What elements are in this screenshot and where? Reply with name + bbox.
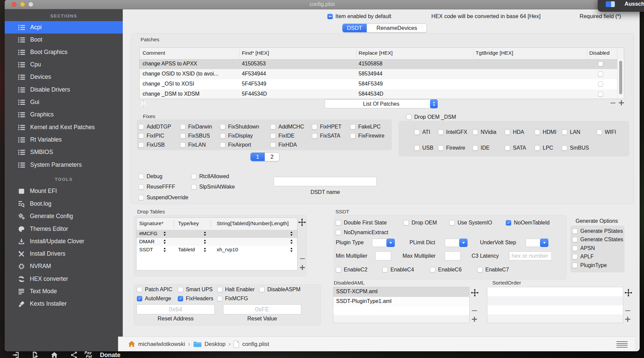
sidebar-item-gui[interactable]: Gui <box>5 96 123 108</box>
patches-add-button[interactable] <box>619 100 624 105</box>
checkbox-box[interactable] <box>270 133 276 139</box>
checkbox-box[interactable] <box>597 130 602 135</box>
fix-fixairport[interactable]: FixAirport <box>220 142 251 148</box>
sidebar-item-acpi[interactable]: Acpi <box>5 21 123 34</box>
checkbox-box[interactable] <box>180 124 185 130</box>
checkbox-box[interactable] <box>220 133 225 139</box>
drop-tables-remove-button[interactable] <box>300 258 305 259</box>
import-icon[interactable] <box>12 351 20 358</box>
ssdt-double-first-state[interactable]: Double First State <box>336 220 387 226</box>
sidebar-item-hex-converter[interactable]: HEX converter <box>5 273 123 285</box>
gen-aplf[interactable]: APLF <box>572 254 594 260</box>
sidebar-item-kexts-installer[interactable]: Kexts Installer <box>5 298 123 310</box>
fix-fixshutdown[interactable]: FixShutdown <box>220 124 259 130</box>
checkbox-box[interactable] <box>180 142 185 148</box>
ssdt-enablec6[interactable]: EnableC6 <box>430 267 462 273</box>
dsm-ati[interactable]: ATI <box>414 129 430 135</box>
checkbox-box[interactable] <box>572 246 578 251</box>
checkbox-box[interactable] <box>449 220 455 225</box>
checkbox-box[interactable] <box>178 287 183 292</box>
checkbox-box[interactable] <box>139 124 144 130</box>
sidebar-item-devices[interactable]: Devices <box>5 71 123 83</box>
paypal-logo[interactable]: Pay Pal <box>85 351 92 358</box>
sidebar-item-smbios[interactable]: SMBIOS <box>5 146 123 158</box>
checkbox-box[interactable] <box>137 296 142 301</box>
checkbox-box[interactable] <box>139 184 144 190</box>
checkbox-box[interactable] <box>438 145 443 151</box>
sidebar-item-nvram[interactable]: NVRAM <box>5 260 123 272</box>
flag-fixmcfg[interactable]: FixMCFG <box>217 296 248 302</box>
checkbox-box[interactable] <box>562 130 567 135</box>
checkbox-box[interactable] <box>572 263 578 268</box>
disabledaml-add-button[interactable] <box>472 317 477 322</box>
flag-fixheaders[interactable]: FixHeaders <box>178 296 213 302</box>
flag-patch-apic[interactable]: Patch APIC <box>137 287 172 293</box>
drop-tables-add-button[interactable] <box>300 265 305 270</box>
checkbox-box[interactable] <box>572 254 578 259</box>
breadcrumb-file[interactable]: config.plist <box>242 341 269 348</box>
checkbox-box[interactable] <box>438 130 443 135</box>
disabled-checkbox[interactable] <box>598 82 603 87</box>
fix-fixhda[interactable]: FixHDA <box>270 142 297 148</box>
reset-address-input[interactable] <box>137 304 215 314</box>
ssdt-nodynamicextract[interactable]: NoDynamicExtract <box>336 229 388 236</box>
checkbox-box[interactable] <box>336 230 341 235</box>
tab-dsdt[interactable]: DSDT <box>342 24 367 32</box>
fix-fixide[interactable]: FixIDE <box>270 133 294 139</box>
checkbox-box[interactable] <box>139 174 144 179</box>
item-enabled-default-checkbox[interactable]: Item enabled by default <box>327 13 391 19</box>
disabledaml-remove-button[interactable] <box>472 310 477 311</box>
fix-fixdarwin[interactable]: FixDarwin <box>180 124 212 130</box>
flag-debug[interactable]: Debug <box>139 173 162 180</box>
sidebar-item-generate-config[interactable]: Generate Config <box>5 210 123 222</box>
flag-slpsmiatwake[interactable]: SlpSmiAtWake <box>191 184 235 190</box>
fix-fakelpc[interactable]: FakeLPC <box>350 124 381 130</box>
col-find[interactable]: Find* [HEX] <box>242 50 269 56</box>
list-of-patches-dropdown[interactable]: List Of Patches <box>325 99 438 108</box>
stepper-icon[interactable] <box>204 240 206 244</box>
stepper-icon[interactable] <box>204 232 206 236</box>
checkbox-box[interactable] <box>572 228 578 234</box>
breadcrumb-folder[interactable]: Desktop <box>205 341 225 348</box>
ssdt-use-systemio[interactable]: Use SystemIO <box>449 220 492 226</box>
checkbox-box[interactable] <box>382 267 388 272</box>
dsm-ide[interactable]: IDE <box>473 145 490 151</box>
drop-table-row[interactable]: #MCFG <box>137 230 297 238</box>
stepper-icon[interactable] <box>290 248 293 252</box>
gen-plugintype[interactable]: PluginType <box>572 262 607 268</box>
dsdt-name-input[interactable] <box>274 177 377 186</box>
drop-table-row[interactable]: SSDT TableId xh_rvp10 <box>137 246 297 254</box>
gen-pstates[interactable]: Generate PStates <box>572 228 623 234</box>
checkbox-box[interactable] <box>312 124 317 130</box>
undervolt-step-dropdown[interactable] <box>526 239 548 247</box>
col-signature[interactable]: Signature* <box>139 220 163 226</box>
checkbox-box[interactable] <box>506 220 511 225</box>
checkbox-box[interactable] <box>270 142 276 148</box>
checkbox-box[interactable] <box>350 133 356 139</box>
dsm-lpc[interactable]: LPC <box>535 145 553 151</box>
fixes-page-2[interactable]: 2 <box>265 153 279 161</box>
fix-adddtgp[interactable]: AddDTGP <box>139 124 171 130</box>
sortedorder-drag-handle[interactable] <box>624 289 633 297</box>
checkbox-box[interactable] <box>139 195 144 200</box>
sidebar-item-rt-variables[interactable]: Rt Variables <box>5 134 123 146</box>
list-item[interactable]: SSDT-PluginType1.aml <box>333 297 469 306</box>
sidebar-item-themes-editor[interactable]: Themes Editor <box>5 223 123 235</box>
checkbox-box[interactable] <box>178 296 183 301</box>
checkbox-box[interactable] <box>312 133 317 139</box>
checkbox-box[interactable] <box>572 237 578 242</box>
ssdt-nooemtableid[interactable]: NoOemTableId <box>506 220 550 226</box>
checkbox-box[interactable] <box>139 133 144 139</box>
max-multiplier-input[interactable] <box>445 251 461 260</box>
checkbox-box[interactable] <box>220 124 225 130</box>
checkbox-box[interactable] <box>139 142 144 148</box>
sidebar-item-text-mode[interactable]: Text Mode <box>5 285 123 298</box>
checkbox-box[interactable] <box>217 287 222 292</box>
flag-smart-ups[interactable]: Smart UPS <box>178 287 213 293</box>
drop-oem-dsm-checkbox[interactable]: Drop OEM _DSM <box>406 114 456 120</box>
fix-fixhpet[interactable]: FixHPET <box>312 124 341 130</box>
scrollbar-thumb[interactable] <box>619 61 622 94</box>
menu-hamburger-icon[interactable] <box>616 341 628 349</box>
tab-renamedevices[interactable]: RenameDevices <box>367 24 427 32</box>
min-multiplier-input[interactable] <box>375 251 391 260</box>
